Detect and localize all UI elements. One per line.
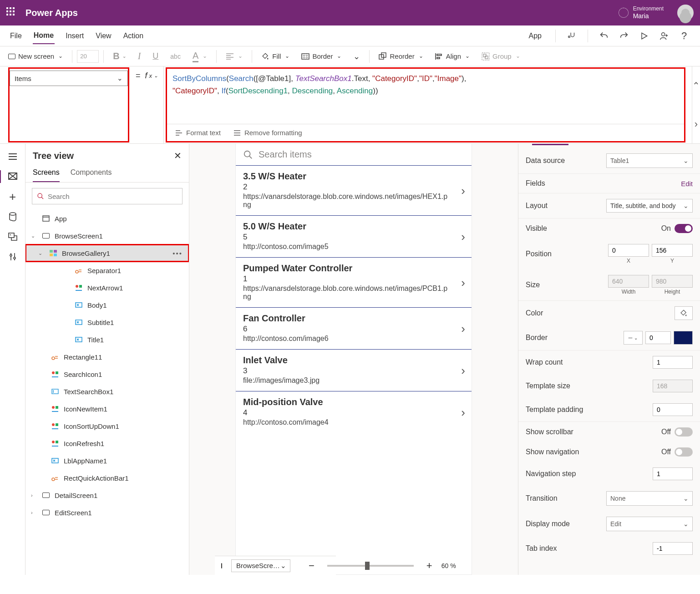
tree-searchicon1[interactable]: SearchIcon1 (25, 366, 189, 383)
format-text-button[interactable]: Format text (175, 129, 221, 137)
tree-rectquickactionbar1[interactable]: RectQuickActionBar1 (25, 469, 189, 487)
chevron-right-icon[interactable]: › (461, 275, 465, 289)
border-button[interactable]: Border (297, 51, 346, 62)
rail-advanced-tools-icon[interactable] (4, 248, 22, 266)
next-formula-icon[interactable]: › (692, 105, 700, 144)
gallery-item[interactable]: 5.0 W/S Heater 5 http://contoso.com/imag… (236, 216, 472, 258)
fill-button[interactable]: Fill (257, 51, 294, 62)
gallery-item[interactable]: Fan Controller 6 http://contoso.com/imag… (236, 308, 472, 350)
nav-step-input[interactable] (653, 467, 693, 480)
font-size-input[interactable] (77, 50, 99, 63)
data-source-select[interactable]: Table1⌄ (606, 153, 693, 168)
environment-selector[interactable]: Environment Maria (619, 5, 664, 20)
play-icon[interactable] (637, 29, 651, 43)
menu-app[interactable]: App (529, 32, 542, 40)
tree-iconrefresh1[interactable]: IconRefresh1 (25, 435, 189, 452)
property-selector[interactable]: Items ⌄ (10, 71, 128, 86)
strikethrough-button[interactable]: abc (166, 51, 185, 62)
tree-app[interactable]: App (25, 210, 189, 227)
bold-button[interactable]: B ⌄ (108, 49, 130, 63)
template-padding-input[interactable] (653, 403, 693, 416)
position-x-input[interactable] (608, 244, 649, 257)
display-mode-select[interactable]: Edit⌄ (606, 517, 693, 531)
chevron-right-icon[interactable]: › (461, 405, 465, 419)
chevron-right-icon[interactable]: › (461, 321, 465, 335)
help-icon[interactable]: ? (677, 29, 691, 43)
canvas-search-row[interactable]: Search items (236, 144, 472, 166)
chevron-right-icon[interactable]: › (461, 183, 465, 198)
show-nav-toggle[interactable] (675, 447, 693, 457)
layout-select[interactable]: Title, subtitle, and body ⌄ (606, 199, 693, 213)
tree-title1[interactable]: Title1 (25, 331, 189, 348)
tab-components[interactable]: Components (71, 168, 112, 182)
rail-insert-icon[interactable]: + (4, 188, 22, 206)
reorder-button[interactable]: Reorder (374, 51, 427, 62)
text-align-button[interactable] (221, 51, 247, 61)
tree-search[interactable] (32, 188, 183, 204)
rail-media-icon[interactable] (4, 228, 22, 246)
rail-data-icon[interactable] (4, 208, 22, 226)
tree-iconnewitem1[interactable]: IconNewItem1 (25, 400, 189, 417)
font-color-button[interactable]: A (188, 49, 212, 64)
tab-screens[interactable]: Screens (33, 168, 60, 182)
menu-home[interactable]: Home (33, 28, 55, 44)
collapse-formula-icon[interactable]: ⌃ (692, 66, 700, 105)
menu-file[interactable]: File (9, 28, 23, 44)
zoom-in-button[interactable]: + (426, 560, 432, 572)
tree-lblappname1[interactable]: LblAppName1 (25, 452, 189, 469)
more-options-icon[interactable]: ••• (172, 249, 183, 257)
tree-browsescreen1[interactable]: ⌄ BrowseScreen1 (25, 227, 189, 244)
italic-button[interactable]: I (133, 49, 146, 63)
menu-view[interactable]: View (95, 28, 112, 44)
tree-editscreen1[interactable]: › EditScreen1 (25, 504, 189, 521)
share-icon[interactable] (657, 29, 671, 43)
canvas[interactable]: Search items 3.5 W/S Heater 2 https://va… (189, 144, 518, 575)
expand-toolbar-button[interactable]: ⌄ (349, 50, 365, 63)
tree-separator1[interactable]: Separator1 (25, 262, 189, 279)
screen-selector[interactable]: BrowseScre… (231, 559, 290, 572)
visible-toggle[interactable] (675, 224, 693, 233)
remove-formatting-button[interactable]: Remove formatting (233, 129, 302, 137)
rail-tree-view-icon[interactable] (4, 168, 22, 186)
tree-subtitle1[interactable]: Subtitle1 (25, 314, 189, 331)
align-button[interactable]: Align (431, 51, 474, 62)
show-scrollbar-toggle[interactable] (675, 427, 693, 437)
tree-rectangle11[interactable]: Rectangle11 (25, 348, 189, 366)
chevron-right-icon[interactable]: › (461, 229, 465, 244)
gallery-item[interactable]: 3.5 W/S Heater 2 https://vanarsdelstorag… (236, 166, 472, 216)
underline-button[interactable]: U (148, 50, 163, 63)
gallery-item[interactable]: Mid-position Valve 4 http://contoso.com/… (236, 391, 472, 433)
tree-iconsortupdown1[interactable]: IconSortUpDown1 (25, 417, 189, 435)
transition-select[interactable]: None⌄ (606, 491, 693, 506)
app-checker-icon[interactable] (565, 29, 578, 43)
zoom-slider[interactable] (327, 565, 414, 567)
fx-button[interactable]: fx⌄ (145, 71, 158, 81)
border-color-swatch[interactable] (674, 331, 693, 345)
position-y-input[interactable] (652, 244, 693, 257)
zoom-out-button[interactable]: − (309, 560, 314, 572)
close-tree-icon[interactable]: ✕ (174, 150, 182, 161)
color-picker-button[interactable] (675, 306, 693, 320)
gallery-item[interactable]: Pumped Water Controller 1 https://vanars… (236, 258, 472, 308)
template-size-input[interactable] (653, 380, 693, 392)
border-style-select[interactable]: ─⌄ (624, 331, 643, 345)
formula-input[interactable]: SortByColumns(Search([@Table1], TextSear… (167, 69, 684, 101)
gallery-item[interactable]: Inlet Valve 3 file://images/image3.jpg › (236, 350, 472, 391)
tree-browsegallery1[interactable]: ⌄ BrowseGallery1 ••• (25, 244, 189, 262)
tree-body1[interactable]: Body1 (25, 296, 189, 314)
undo-icon[interactable] (597, 29, 611, 43)
size-width-input[interactable] (608, 275, 649, 288)
new-screen-button[interactable]: New screen (4, 51, 67, 62)
redo-icon[interactable] (617, 29, 631, 43)
border-width-input[interactable] (645, 331, 671, 344)
fields-edit-link[interactable]: Edit (681, 180, 693, 188)
group-button[interactable]: Group (477, 51, 525, 62)
app-launcher-icon[interactable] (6, 7, 17, 18)
tree-nextarrow1[interactable]: NextArrow1 (25, 279, 189, 296)
tree-search-input[interactable] (48, 193, 178, 200)
user-avatar[interactable] (677, 5, 694, 21)
tree-textsearchbox1[interactable]: TextSearchBox1 (25, 383, 189, 400)
rail-hamburger-icon[interactable] (4, 147, 22, 166)
size-height-input[interactable] (652, 275, 693, 288)
menu-insert[interactable]: Insert (65, 28, 85, 44)
